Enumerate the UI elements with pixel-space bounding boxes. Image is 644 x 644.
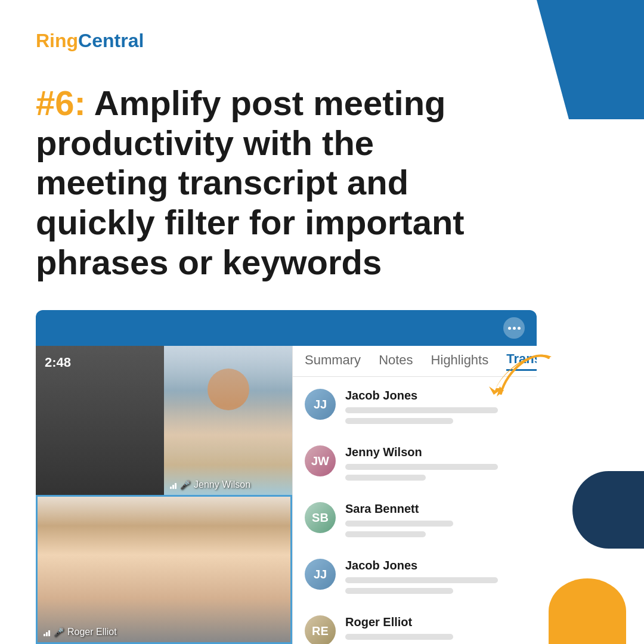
- transcript-content-jenny: Jenny Wilson: [345, 445, 525, 485]
- speaker-jacob-jones-2: Jacob Jones: [345, 559, 525, 572]
- bar-2: [172, 485, 174, 489]
- call-time: 2:48: [45, 355, 71, 370]
- avatar-jacob-jones-2: JJ: [305, 559, 336, 590]
- avatar-sara-bennett: SB: [305, 502, 336, 533]
- logo-ring: Ring: [36, 30, 78, 52]
- logo: RingCentral: [36, 30, 144, 52]
- arrow-decoration: [441, 346, 561, 405]
- text-line-3: [345, 464, 498, 470]
- text-line-9: [345, 634, 453, 640]
- menu-dots-button[interactable]: [503, 317, 525, 339]
- text-line-2: [345, 418, 453, 424]
- decorative-shape-top-right: [537, 0, 644, 119]
- roger-elliot-label: 🎤 Roger Elliot: [44, 627, 117, 637]
- text-line-7: [345, 577, 498, 583]
- bar-1: [170, 487, 172, 489]
- person-male-photo: [38, 497, 290, 642]
- video-row-top: 🎤 Jenny Wilson: [36, 346, 292, 495]
- title-number: #6:: [36, 83, 86, 122]
- header: RingCentral: [36, 30, 144, 52]
- dot-2: [513, 327, 516, 330]
- roger-elliot-name: Roger Elliot: [67, 627, 117, 637]
- video-grid: 🎤 Jenny Wilson 🎤 Roger Elliot: [36, 346, 292, 644]
- title-area: #6: Amplify post meeting productivity wi…: [36, 83, 513, 282]
- bar-r3: [48, 630, 50, 636]
- signal-icon-roger: [44, 628, 50, 636]
- bar-r1: [44, 634, 45, 636]
- video-cell-jenny: 🎤 Jenny Wilson: [164, 346, 292, 495]
- logo-central: Central: [78, 30, 144, 52]
- mic-icon: 🎤: [180, 480, 190, 490]
- transcript-content-jacob2: Jacob Jones: [345, 559, 525, 599]
- text-line-5: [345, 521, 453, 527]
- signal-icon: [170, 481, 177, 489]
- avatar-jacob-jones: JJ: [305, 389, 336, 420]
- mic-icon-roger: 🎤: [54, 627, 64, 637]
- transcript-list: JJ Jacob Jones JW Jenny Wilson SB S: [293, 377, 537, 644]
- text-line-1: [345, 407, 498, 413]
- app-bar: [36, 310, 537, 346]
- speaker-jenny-wilson: Jenny Wilson: [345, 445, 525, 459]
- video-row-roger: 🎤 Roger Elliot: [36, 495, 292, 644]
- tab-summary[interactable]: Summary: [305, 352, 361, 370]
- tab-notes[interactable]: Notes: [379, 352, 413, 370]
- bar-r2: [46, 632, 48, 636]
- jenny-wilson-label: 🎤 Jenny Wilson: [170, 479, 250, 490]
- person-female-photo: [164, 346, 292, 495]
- transcript-content-sara: Sara Bennett: [345, 502, 525, 542]
- dot-3: [518, 327, 521, 330]
- video-panel: 2:48 🎤 Jenny Wilson: [36, 346, 292, 644]
- transcript-item-jacob2: JJ Jacob Jones: [305, 559, 525, 599]
- avatar-roger-elliot: RE: [305, 615, 336, 644]
- transcript-content-roger: Roger Elliot: [345, 615, 525, 644]
- page-title: #6: Amplify post meeting productivity wi…: [36, 83, 513, 282]
- transcript-item-roger: RE Roger Elliot: [305, 615, 525, 644]
- title-body: Amplify post meeting productivity with t…: [36, 83, 465, 281]
- bar-3: [175, 483, 177, 489]
- speaker-roger-elliot: Roger Elliot: [345, 615, 525, 629]
- transcript-item-sara: SB Sara Bennett: [305, 502, 525, 542]
- avatar-jenny-wilson: JW: [305, 445, 336, 476]
- text-line-8: [345, 588, 453, 594]
- jenny-wilson-name: Jenny Wilson: [194, 479, 250, 490]
- text-line-6: [345, 531, 426, 537]
- dot-1: [508, 327, 511, 330]
- speaker-sara-bennett: Sara Bennett: [345, 502, 525, 516]
- text-line-4: [345, 475, 426, 481]
- transcript-item-jenny: JW Jenny Wilson: [305, 445, 525, 485]
